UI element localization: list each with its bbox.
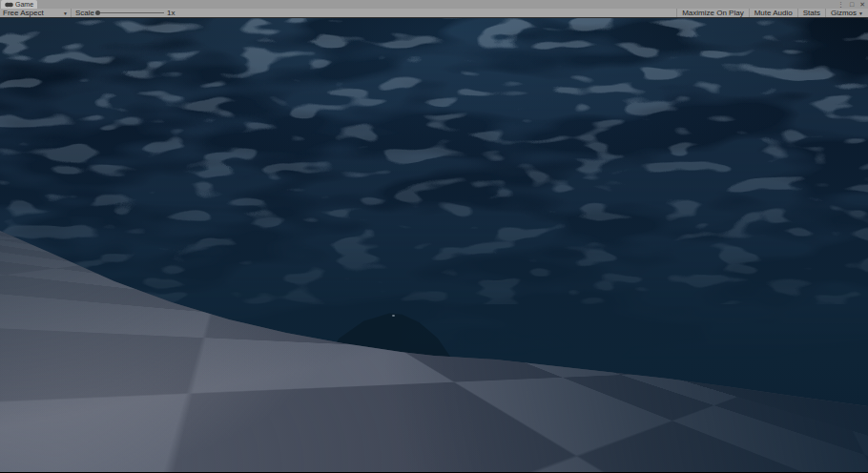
aspect-label: Free Aspect bbox=[3, 9, 44, 17]
game-toolbar: Free Aspect ▼ Scale 1x Maximize On Play … bbox=[0, 9, 868, 18]
light-speck bbox=[392, 315, 395, 317]
scale-label: Scale bbox=[75, 9, 94, 17]
window-controls: ⋮ □ ✕ bbox=[837, 0, 865, 9]
maximize-on-play-button[interactable]: Maximize On Play bbox=[677, 9, 748, 17]
aspect-dropdown[interactable]: Free Aspect ▼ bbox=[0, 9, 71, 17]
chevron-down-icon: ▼ bbox=[63, 10, 68, 16]
window-restore-icon[interactable]: □ bbox=[850, 0, 854, 9]
scale-value: 1x bbox=[167, 9, 175, 17]
scale-slider-handle[interactable] bbox=[95, 10, 100, 15]
mute-audio-button[interactable]: Mute Audio bbox=[750, 9, 797, 17]
window-menu-icon[interactable]: ⋮ bbox=[837, 0, 844, 9]
window-close-icon[interactable]: ✕ bbox=[859, 0, 865, 9]
scale-control: Scale 1x bbox=[72, 9, 178, 17]
game-viewport[interactable] bbox=[0, 18, 868, 472]
chevron-down-icon: ▼ bbox=[858, 10, 863, 16]
scale-slider[interactable] bbox=[97, 12, 164, 13]
tab-label: Game bbox=[15, 0, 33, 9]
gizmos-dropdown[interactable]: Gizmos ▼ bbox=[826, 9, 868, 17]
stats-button[interactable]: Stats bbox=[798, 9, 825, 17]
game-view-icon bbox=[5, 2, 13, 8]
titlebar: Game ⋮ □ ✕ bbox=[0, 0, 868, 9]
tab-game[interactable]: Game bbox=[1, 0, 37, 9]
game-window: Game ⋮ □ ✕ Free Aspect ▼ Scale 1x Maximi… bbox=[0, 0, 868, 473]
toolbar-right-group: Maximize On Play Mute Audio Stats Gizmos… bbox=[676, 9, 868, 17]
